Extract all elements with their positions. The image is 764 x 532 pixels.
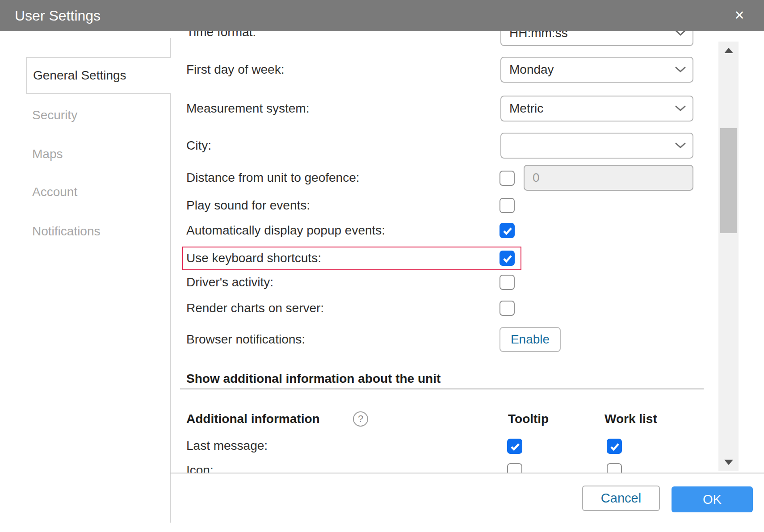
ok-button[interactable]: OK — [672, 486, 753, 512]
sidebar-item-maps[interactable]: Maps — [32, 144, 63, 164]
auto-popup-label: Automatically display popup events: — [186, 222, 499, 239]
chevron-down-icon — [675, 142, 686, 149]
vertical-scrollbar — [718, 42, 739, 471]
distance-geofence-input[interactable]: 0 — [524, 165, 693, 191]
sidebar-item-account[interactable]: Account — [32, 182, 77, 202]
first-day-of-week-value: Monday — [509, 58, 667, 82]
chevron-down-icon — [675, 105, 686, 112]
additional-info-table-title: Additional information — [186, 410, 499, 428]
user-settings-dialog: User Settings × General Settings Securit… — [0, 0, 764, 532]
sidebar-bottom-line — [13, 522, 170, 522]
scrollbar-thumb[interactable] — [720, 128, 737, 233]
keyboard-shortcuts-checkbox[interactable] — [500, 251, 515, 266]
content-bottom-divider — [170, 473, 764, 473]
city-label: City: — [186, 137, 499, 155]
play-sound-label: Play sound for events: — [186, 197, 499, 214]
cancel-button[interactable]: Cancel — [582, 486, 660, 511]
last-message-worklist-checkbox[interactable] — [607, 439, 622, 454]
chevron-down-icon — [675, 66, 686, 73]
measurement-system-select[interactable]: Metric — [500, 96, 693, 121]
scroll-down-arrow-icon[interactable] — [724, 460, 733, 465]
render-charts-checkbox[interactable] — [500, 301, 515, 316]
browser-notifications-label: Browser notifications: — [186, 331, 499, 348]
drivers-activity-checkbox[interactable] — [500, 275, 515, 290]
dialog-titlebar: User Settings × — [0, 0, 764, 31]
icon-tooltip-checkbox[interactable] — [507, 463, 522, 473]
measurement-system-label: Measurement system: — [186, 100, 499, 117]
settings-scroll-area: Time format: HH:mm:ss First day of week:… — [171, 31, 764, 473]
time-format-value: HH:mm:ss — [509, 31, 667, 45]
check-icon — [609, 441, 621, 452]
sidebar-item-general-settings[interactable]: General Settings — [26, 57, 171, 94]
check-icon — [509, 441, 521, 452]
render-charts-label: Render charts on server: — [186, 299, 499, 317]
distance-geofence-label: Distance from unit to geofence: — [186, 169, 499, 187]
measurement-system-value: Metric — [509, 96, 667, 121]
section-underline — [180, 388, 704, 390]
city-select[interactable] — [500, 133, 693, 159]
drivers-activity-label: Driver's activity: — [186, 273, 499, 291]
column-header-tooltip: Tooltip — [508, 410, 549, 428]
column-header-work-list: Work list — [604, 410, 657, 428]
sidebar-item-notifications[interactable]: Notifications — [32, 222, 101, 241]
auto-popup-checkbox[interactable] — [500, 223, 515, 238]
chevron-down-icon — [675, 31, 686, 37]
scroll-up-arrow-icon[interactable] — [724, 48, 733, 53]
close-icon[interactable]: × — [730, 0, 749, 31]
last-message-label: Last message: — [186, 437, 499, 455]
time-format-label: Time format: — [186, 31, 499, 41]
distance-geofence-checkbox[interactable] — [500, 171, 515, 186]
sidebar-item-security[interactable]: Security — [32, 105, 77, 125]
check-icon — [502, 225, 513, 237]
first-day-of-week-select[interactable]: Monday — [500, 57, 693, 83]
check-icon — [502, 253, 513, 264]
icon-row-label: Icon: — [186, 461, 499, 473]
help-icon[interactable]: ? — [353, 411, 368, 427]
enable-notifications-button[interactable]: Enable — [500, 327, 561, 352]
keyboard-shortcuts-label: Use keyboard shortcuts: — [186, 249, 499, 267]
distance-geofence-value: 0 — [533, 166, 540, 190]
last-message-tooltip-checkbox[interactable] — [507, 439, 522, 454]
play-sound-checkbox[interactable] — [500, 198, 515, 213]
first-day-of-week-label: First day of week: — [186, 61, 499, 79]
additional-info-section-heading: Show additional information about the un… — [186, 370, 441, 388]
icon-worklist-checkbox[interactable] — [607, 463, 622, 473]
dialog-title: User Settings — [15, 0, 101, 31]
time-format-select[interactable]: HH:mm:ss — [500, 31, 693, 46]
